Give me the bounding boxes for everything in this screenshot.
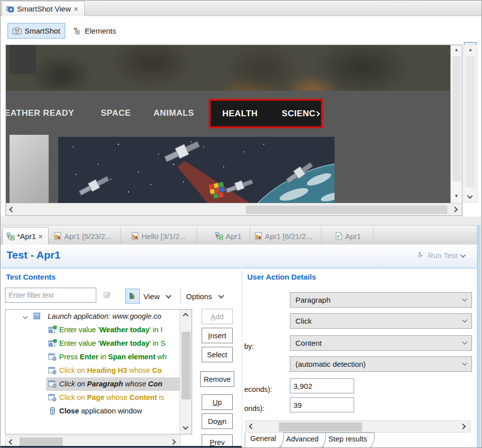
view-tab-smartshot-view[interactable]: SmartShot View × <box>2 1 85 16</box>
scroll-down-icon[interactable]: ▼ <box>451 193 462 198</box>
scrollbar-thumb[interactable] <box>279 422 362 431</box>
right-sash[interactable] <box>477 225 480 448</box>
test-icon <box>215 232 223 240</box>
tree-row[interactable]: Close application window <box>6 404 192 418</box>
scrollbar-thumb[interactable] <box>466 56 475 187</box>
smartshot-screenshot-canvas[interactable]: EATHER READYSPACEANIMALS HEALTHSCIENC <box>6 45 462 216</box>
editor-tab[interactable]: Apr1 <box>331 227 374 245</box>
editor-tab-label: Apr1 [5/23/2... <box>64 232 111 241</box>
editor-tab[interactable]: Apr1 [6/21/2... <box>250 227 322 245</box>
detail-input[interactable] <box>290 397 354 412</box>
tree-row[interactable]: Click on Paragraph whose Con <box>6 377 192 391</box>
run-test-button[interactable]: Run Test <box>417 251 465 260</box>
chevron-down-icon <box>462 318 467 323</box>
scroll-down-icon[interactable] <box>183 424 188 429</box>
smartshot-toggle-button[interactable]: SmartShot <box>8 23 65 39</box>
application-window: SmartShot View × SmartShot Elements EATH… <box>0 0 482 448</box>
remove-button[interactable]: Remove <box>200 371 234 387</box>
close-icon[interactable]: × <box>74 5 78 13</box>
close-icon[interactable]: × <box>39 233 43 240</box>
image-horizontal-scrollbar[interactable] <box>6 203 462 215</box>
scroll-left-icon[interactable] <box>249 423 254 429</box>
scrollbar-thumb[interactable] <box>246 205 447 214</box>
tree-row[interactable]: Enter value 'Weather today' in S <box>6 337 192 350</box>
options-dropdown[interactable]: Options <box>186 289 223 304</box>
scroll-up-icon[interactable]: ▲ <box>451 47 462 52</box>
tree-row-text: Enter value 'Weather today' in I <box>59 323 163 337</box>
scroll-up-icon[interactable] <box>183 313 188 318</box>
select-value: Content <box>295 339 463 347</box>
bottom-tab-advanced[interactable]: Advanced <box>281 432 327 448</box>
bottom-tab-general[interactable]: General <box>245 432 284 448</box>
user-action-details-title: User Action Details <box>247 273 316 281</box>
tree-row-text: Click on Paragraph whose Con <box>59 377 163 391</box>
elements-toggle-label: Elements <box>85 27 116 35</box>
run-test-icon <box>417 252 424 259</box>
editor-tab[interactable]: *Apr1× <box>2 227 49 245</box>
window-bottom-border <box>1 446 242 448</box>
down-button[interactable]: Down <box>202 413 233 429</box>
toolbar-separator <box>180 289 181 304</box>
browser-action-icon <box>48 353 57 361</box>
tree-row[interactable]: Enter value 'Weather today' in I <box>6 323 192 337</box>
scrollbar-thumb[interactable] <box>452 56 461 181</box>
horizontal-sash[interactable] <box>1 216 482 225</box>
scrollbar-thumb[interactable] <box>182 332 191 399</box>
chevron-down-icon <box>462 297 467 302</box>
select-button[interactable]: Select <box>202 347 233 362</box>
page-title: Test - Apr1 <box>7 249 60 261</box>
detail-select[interactable]: Click <box>290 313 472 329</box>
view-vertical-scrollbar[interactable]: ▲ <box>463 45 477 202</box>
insert-button[interactable]: Insert <box>202 328 233 343</box>
scroll-right-icon[interactable] <box>170 439 176 444</box>
add-button[interactable]: Add <box>202 309 233 324</box>
mobile-close-icon <box>48 407 56 415</box>
detail-select[interactable]: Content <box>290 335 472 351</box>
tree-row-text: Enter value 'Weather today' in S <box>59 337 166 350</box>
scroll-down-icon[interactable] <box>467 193 472 198</box>
filter-edit-icon[interactable] <box>103 291 112 299</box>
scroll-up-icon[interactable]: ▲ <box>464 47 477 52</box>
highlighted-nav-item: SCIENC <box>282 109 315 119</box>
select-value: (automatic detection) <box>295 360 463 368</box>
scroll-left-icon[interactable] <box>9 206 15 212</box>
editor-tab-label: Apr1 <box>226 232 242 241</box>
webpage-image-placeholder <box>10 135 49 203</box>
scroll-right-icon[interactable] <box>460 423 465 429</box>
editor-tab[interactable]: Hello [3/1/2... <box>127 227 197 245</box>
test-contents-title: Test Contents <box>6 273 56 281</box>
report-icon <box>131 232 139 240</box>
details-horizontal-scrollbar[interactable] <box>245 420 470 432</box>
field-label: by: <box>244 342 254 350</box>
scrollbar-thumb[interactable] <box>20 437 63 446</box>
chevron-down-icon <box>462 340 467 345</box>
smartshot-toggle-label: SmartShot <box>25 27 60 35</box>
editor-tab[interactable]: Apr1 <box>211 227 250 245</box>
editor-tab[interactable]: Apr1 [5/23/2... <box>50 227 121 245</box>
up-button[interactable]: Up <box>202 394 233 410</box>
tree-row[interactable]: Press Enter in Span element wh <box>6 350 192 364</box>
expander-icon[interactable] <box>23 314 28 319</box>
bottom-tab-step-results[interactable]: Step results <box>323 432 375 448</box>
scroll-right-icon[interactable] <box>452 206 457 212</box>
view-dropdown[interactable]: View <box>143 289 171 304</box>
tree-vertical-scrollbar[interactable] <box>180 310 192 434</box>
detail-input[interactable] <box>290 378 354 393</box>
tree-row[interactable]: Launch application: www.google.co <box>6 310 192 323</box>
filter-input[interactable] <box>5 288 96 303</box>
satellite-image <box>58 137 335 203</box>
document-icon <box>335 232 343 240</box>
detail-select[interactable]: Paragraph <box>290 292 472 308</box>
scroll-left-icon[interactable] <box>9 439 14 444</box>
detail-select[interactable]: (automatic detection) <box>290 356 472 372</box>
run-test-dropdown-icon[interactable] <box>460 252 465 258</box>
tree-row[interactable]: Click on Heading H3 whose Co <box>6 364 192 377</box>
tree-row-text: Click on Page whose Content is <box>59 391 165 404</box>
elements-toggle-button[interactable]: Elements <box>71 23 119 39</box>
field-label: onds): <box>244 404 264 412</box>
image-vertical-scrollbar[interactable]: ▲ ▼ <box>450 45 462 203</box>
tree-row[interactable]: Click on Page whose Content is <box>6 391 192 404</box>
details-bottom-tabs: GeneralAdvancedStep results <box>245 432 372 448</box>
view-mode-icon-button[interactable] <box>125 289 140 304</box>
chevron-down-icon <box>462 361 467 366</box>
